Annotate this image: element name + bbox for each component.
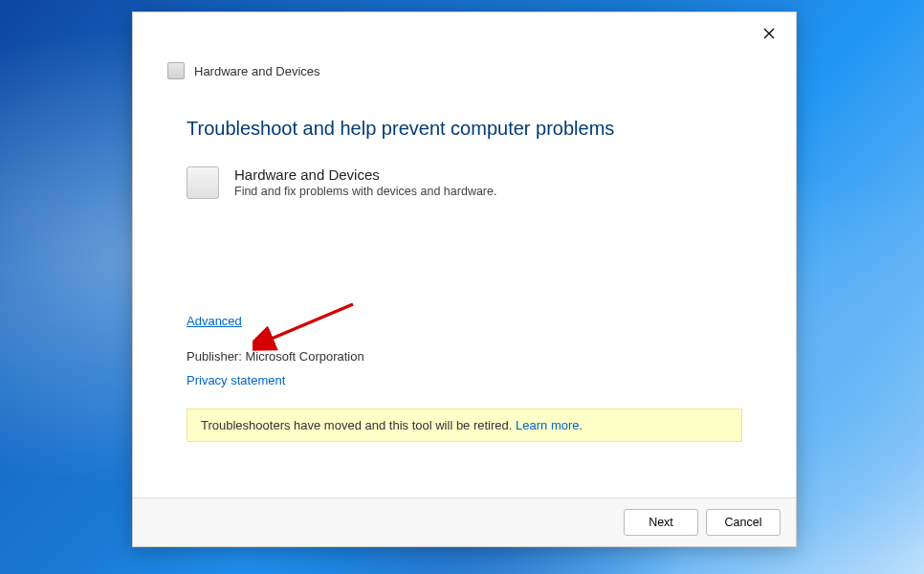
dialog-header: Hardware and Devices <box>133 55 796 89</box>
dialog-footer: Next Cancel <box>133 497 796 546</box>
advanced-link[interactable]: Advanced <box>187 314 242 328</box>
item-description: Find and fix problems with devices and h… <box>234 185 496 198</box>
deprecation-banner: Troubleshooters have moved and this tool… <box>187 408 742 442</box>
privacy-statement-link[interactable]: Privacy statement <box>187 373 285 387</box>
publisher-row: Publisher: Microsoft Corporation <box>187 349 742 364</box>
troubleshooter-item: Hardware and Devices Find and fix proble… <box>187 166 742 199</box>
close-button[interactable] <box>750 18 788 49</box>
dialog-content: Troubleshoot and help prevent computer p… <box>133 89 796 497</box>
device-icon <box>187 166 219 199</box>
close-icon <box>763 28 775 39</box>
next-button[interactable]: Next <box>624 509 698 536</box>
item-text: Hardware and Devices Find and fix proble… <box>234 166 496 199</box>
banner-text: Troubleshooters have moved and this tool… <box>201 418 516 432</box>
item-title: Hardware and Devices <box>234 166 496 183</box>
titlebar <box>133 12 796 55</box>
dialog-title: Hardware and Devices <box>194 64 320 78</box>
cancel-button[interactable]: Cancel <box>706 509 781 536</box>
troubleshooter-dialog: Hardware and Devices Troubleshoot and he… <box>132 11 797 547</box>
publisher-label: Publisher: <box>187 349 242 364</box>
hardware-icon <box>167 62 185 79</box>
learn-more-link[interactable]: Learn more. <box>516 418 583 432</box>
main-heading: Troubleshoot and help prevent computer p… <box>187 118 742 140</box>
publisher-value: Microsoft Corporation <box>245 349 363 364</box>
